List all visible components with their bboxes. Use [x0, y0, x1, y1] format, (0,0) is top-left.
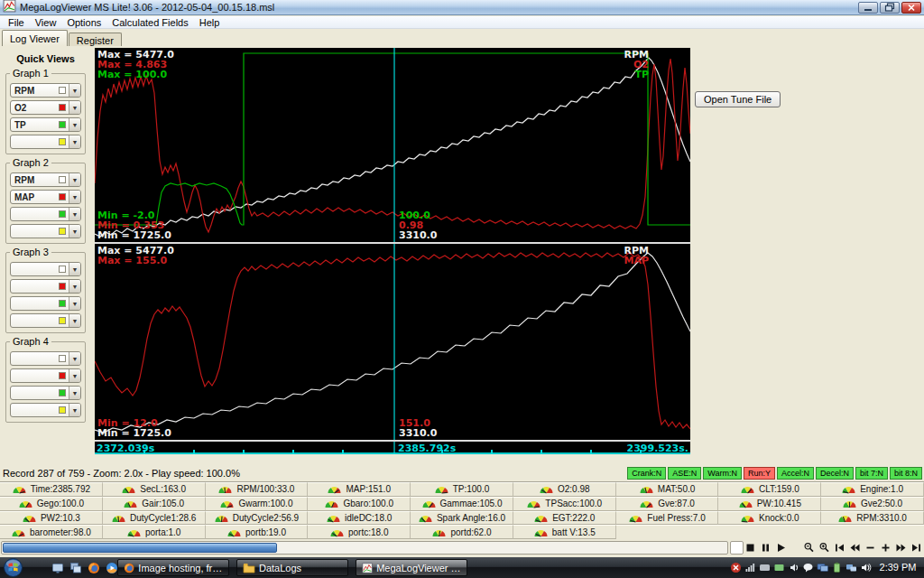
scrollbar-thumb[interactable] — [3, 543, 277, 553]
gauge-pw: PW:10.415 — [718, 497, 821, 511]
gauge-rpm-100: RPM/100:33.0 — [206, 482, 309, 497]
graph2-chart[interactable]: Max = 5477.0Max = 155.0Min = 12.0Min = 1… — [95, 244, 690, 440]
combo-graph-2-2[interactable]: MAP▼ — [10, 190, 81, 204]
quick-views-title: Quick Views — [4, 51, 88, 65]
menu-help[interactable]: Help — [194, 17, 226, 28]
quicklaunch-show-desktop[interactable] — [51, 561, 64, 574]
menu-calculated-fields[interactable]: Calculated Fields — [106, 17, 193, 28]
chevron-down-icon[interactable]: ▼ — [69, 135, 80, 148]
stop-button[interactable] — [744, 542, 756, 554]
chevron-down-icon[interactable]: ▼ — [69, 263, 80, 275]
menu-file[interactable]: File — [3, 17, 30, 28]
pause-button[interactable] — [760, 542, 772, 554]
chevron-down-icon[interactable]: ▼ — [69, 404, 80, 416]
combo-graph-3-4[interactable]: ▼ — [10, 313, 81, 328]
chevron-down-icon[interactable]: ▼ — [69, 297, 80, 310]
skip-start-button[interactable] — [834, 542, 845, 554]
tray-battery[interactable] — [831, 561, 843, 577]
gauge-value: TP:100.0 — [453, 484, 490, 494]
tray-network[interactable] — [845, 561, 857, 577]
tray-volume[interactable] — [860, 561, 872, 577]
gauge-icon — [740, 513, 755, 523]
gauge-icon — [740, 484, 755, 494]
tray-speaker[interactable] — [788, 561, 799, 577]
open-tune-file-button[interactable]: Open Tune File — [695, 91, 781, 107]
chat-icon — [802, 562, 814, 573]
gauge-fuel-press: Fuel Press:7.0 — [616, 511, 719, 526]
gauge-dutycycle2: DutyCycle2:56.9 — [206, 511, 309, 526]
chevron-down-icon[interactable]: ▼ — [69, 173, 80, 186]
gauge-value: batt V:13.5 — [552, 527, 596, 537]
tray-display[interactable] — [817, 561, 828, 577]
forward-button[interactable] — [895, 542, 907, 554]
tray-security[interactable] — [730, 561, 742, 577]
play-button[interactable] — [775, 542, 787, 554]
chevron-down-icon[interactable]: ▼ — [69, 118, 80, 131]
chart-label: Min = 1725.0 — [97, 230, 171, 240]
zoom-out-button[interactable] — [803, 542, 815, 554]
badge-ase-n: ASE:N — [668, 467, 701, 480]
gauge-icon — [22, 513, 37, 523]
quicklaunch-media-player[interactable] — [105, 561, 118, 574]
zoom-in-button[interactable] — [818, 542, 830, 554]
chevron-down-icon[interactable]: ▼ — [69, 280, 80, 293]
tray-chat[interactable] — [802, 561, 814, 577]
tab-log-viewer[interactable]: Log Viewer — [2, 30, 68, 46]
chevron-down-icon[interactable]: ▼ — [69, 84, 80, 97]
combo-graph-4-2[interactable]: ▼ — [10, 368, 81, 383]
combo-graph-4-3[interactable]: ▼ — [10, 386, 81, 400]
quicklaunch-firefox[interactable] — [87, 561, 100, 574]
task-datalogs[interactable]: DataLogs — [236, 559, 348, 576]
taskbar: Image hosting, free ...DataLogsMegaLogVi… — [0, 557, 924, 578]
titlebar[interactable]: MegaLogViewer MS Lite! 3.06 - 2012-05-04… — [0, 0, 924, 15]
time-axis[interactable]: 2372.039s 2385.792s 2399.523s. — [95, 442, 690, 454]
chevron-down-icon[interactable]: ▼ — [69, 387, 80, 399]
tray-ocz[interactable] — [759, 561, 771, 577]
combo-graph-1-4[interactable]: ▼ — [10, 135, 81, 149]
combo-graph-3-2[interactable]: ▼ — [10, 279, 81, 294]
combo-graph-1-1[interactable]: RPM▼ — [10, 83, 81, 98]
chevron-down-icon[interactable]: ▼ — [69, 314, 80, 327]
start-button[interactable] — [4, 558, 23, 577]
graph1-chart[interactable]: Max = 5477.0Max = 4.863Max = 100.0Min = … — [95, 48, 690, 242]
tray-signal[interactable] — [744, 561, 756, 577]
menu-options[interactable]: Options — [61, 17, 106, 28]
chevron-down-icon[interactable]: ▼ — [69, 225, 80, 238]
gauge-row: barometer:98.0porta:1.0portb:19.0portc:1… — [0, 525, 924, 539]
combo-graph-2-3[interactable]: ▼ — [10, 207, 81, 221]
combo-graph-1-3[interactable]: TP▼ — [10, 117, 81, 132]
gauge-icon — [219, 499, 235, 508]
combo-graph-4-4[interactable]: ▼ — [10, 403, 81, 417]
combo-graph-4-1[interactable]: ▼ — [10, 351, 81, 366]
chevron-down-icon[interactable]: ▼ — [69, 208, 80, 220]
gauge-value: O2:0.98 — [558, 484, 590, 494]
combo-graph-1-2[interactable]: O2▼ — [10, 100, 81, 115]
combo-graph-3-3[interactable]: ▼ — [10, 296, 81, 311]
skip-end-button[interactable] — [910, 542, 922, 554]
restore-button[interactable] — [880, 2, 900, 14]
combo-graph-2-1[interactable]: RPM▼ — [10, 172, 81, 187]
chevron-down-icon[interactable]: ▼ — [69, 352, 80, 365]
timeline-scrollbar[interactable] — [1, 541, 728, 555]
combo-graph-2-4[interactable]: ▼ — [10, 224, 81, 238]
minimize-button[interactable] — [858, 2, 878, 14]
task-image-hosting-free[interactable]: Image hosting, free ... — [117, 559, 229, 576]
task-label: MegaLogViewer MS... — [376, 563, 461, 573]
menu-view[interactable]: View — [30, 17, 62, 28]
chevron-down-icon[interactable]: ▼ — [69, 191, 80, 203]
combo-graph-3-1[interactable]: ▼ — [10, 262, 81, 276]
plus-button[interactable] — [880, 542, 892, 554]
tray-mail[interactable] — [773, 561, 785, 577]
chart-zone: Max = 5477.0Max = 4.863Max = 100.0Min = … — [95, 48, 690, 454]
task-megalogviewer-ms[interactable]: MegaLogViewer MS... — [356, 559, 467, 576]
combo-value: TP — [14, 120, 59, 130]
gauge-icon — [217, 484, 233, 494]
rewind-button[interactable] — [849, 542, 861, 554]
quicklaunch-window-switcher[interactable] — [69, 561, 82, 574]
chevron-down-icon[interactable]: ▼ — [69, 101, 80, 114]
gauge-value: Gammae:105.0 — [440, 499, 503, 508]
minus-button[interactable] — [864, 542, 876, 554]
tab-register[interactable]: Register — [69, 33, 122, 46]
chevron-down-icon[interactable]: ▼ — [69, 369, 80, 382]
close-button[interactable] — [901, 2, 921, 14]
